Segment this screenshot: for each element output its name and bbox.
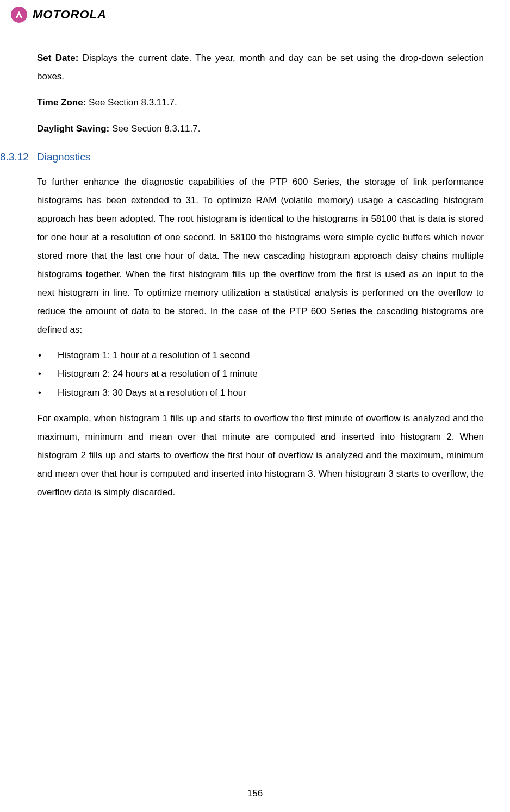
section-number: 8.3.12 bbox=[0, 151, 37, 163]
paragraph-time-zone: Time Zone: See Section 8.3.11.7. bbox=[37, 93, 484, 112]
bullet-text: Histogram 3: 30 Days at a resolution of … bbox=[58, 384, 484, 402]
paragraph-daylight-saving: Daylight Saving: See Section 8.3.11.7. bbox=[37, 120, 484, 138]
bullet-icon: • bbox=[37, 347, 58, 364]
brand-logo: MOTOROLA bbox=[11, 7, 107, 23]
label-daylight-saving: Daylight Saving: bbox=[37, 123, 109, 134]
bullet-text: Histogram 2: 24 hours at a resolution of… bbox=[58, 365, 484, 383]
paragraph-example: For example, when histogram 1 fills up a… bbox=[37, 409, 484, 502]
text-daylight-saving: See Section 8.3.11.7. bbox=[109, 123, 200, 134]
list-item: • Histogram 3: 30 Days at a resolution o… bbox=[37, 384, 484, 402]
list-item: • Histogram 1: 1 hour at a resolution of… bbox=[37, 347, 484, 364]
bullet-icon: • bbox=[37, 365, 58, 383]
text-set-date: Displays the current date. The year, mon… bbox=[37, 53, 484, 82]
page-content: Set Date: Displays the current date. The… bbox=[37, 49, 484, 509]
text-time-zone: See Section 8.3.11.7. bbox=[86, 97, 177, 108]
motorola-batwing-icon bbox=[11, 7, 27, 23]
list-item: • Histogram 2: 24 hours at a resolution … bbox=[37, 365, 484, 383]
bullet-icon: • bbox=[37, 384, 58, 402]
section-heading: 8.3.12 Diagnostics bbox=[37, 151, 484, 163]
label-set-date: Set Date: bbox=[37, 53, 78, 63]
bullet-text: Histogram 1: 1 hour at a resolution of 1… bbox=[58, 347, 484, 364]
paragraph-set-date: Set Date: Displays the current date. The… bbox=[37, 49, 484, 86]
paragraph-diagnostics: To further enhance the diagnostic capabi… bbox=[37, 173, 484, 339]
brand-wordmark: MOTOROLA bbox=[33, 8, 107, 22]
bullet-list: • Histogram 1: 1 hour at a resolution of… bbox=[37, 347, 484, 402]
label-time-zone: Time Zone: bbox=[37, 97, 86, 108]
page-number: 156 bbox=[0, 788, 510, 799]
section-title: Diagnostics bbox=[37, 151, 90, 163]
